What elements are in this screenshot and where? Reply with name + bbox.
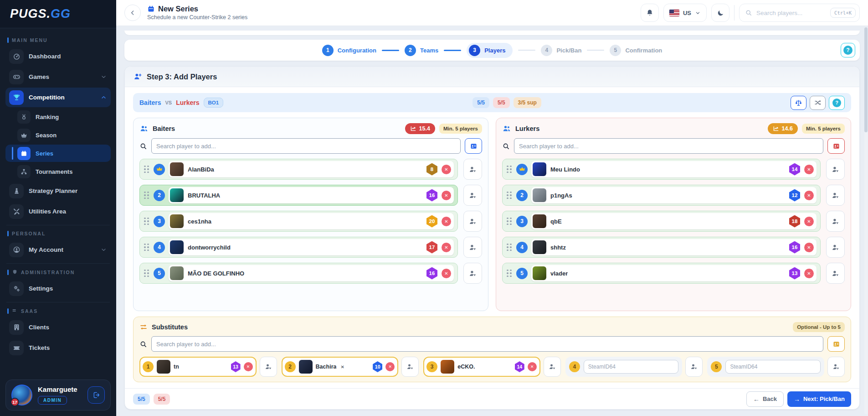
- drag-handle[interactable]: [506, 191, 513, 200]
- substitutes-search-input[interactable]: [151, 336, 823, 352]
- remove-player-button[interactable]: ✕: [804, 217, 814, 226]
- logout-button[interactable]: [87, 386, 105, 404]
- notifications-button[interactable]: [641, 4, 659, 22]
- user-card[interactable]: 17 Kamarguete ADMIN: [5, 380, 111, 411]
- assign-substitute-button[interactable]: [826, 263, 845, 284]
- match-help-button[interactable]: ?: [829, 96, 845, 110]
- scrollbar[interactable]: [864, 27, 868, 414]
- sidebar-item-utilities-area[interactable]: Utilities Area: [5, 202, 111, 221]
- sidebar-item-my-account[interactable]: My Account: [5, 240, 111, 260]
- building-icon: [13, 323, 21, 331]
- team-player-search-input[interactable]: [151, 138, 461, 154]
- substitutes-add-by-id-button[interactable]: [827, 336, 845, 352]
- drag-handle[interactable]: [506, 269, 513, 278]
- step-pick-ban[interactable]: 4 Pick/Ban: [541, 45, 581, 56]
- sidebar-item-season[interactable]: Season: [5, 126, 111, 144]
- sidebar-item-label: Settings: [29, 285, 107, 292]
- global-search-input[interactable]: [756, 10, 826, 16]
- drag-handle[interactable]: [143, 217, 150, 226]
- assign-substitute-button[interactable]: [827, 357, 845, 377]
- name-x-icon[interactable]: ✕: [340, 364, 344, 369]
- assign-substitute-button[interactable]: [463, 185, 482, 206]
- drag-handle[interactable]: [506, 217, 513, 226]
- drag-handle[interactable]: [506, 243, 513, 252]
- remove-player-button[interactable]: ✕: [442, 243, 451, 252]
- sidebar-item-tickets[interactable]: Tickets: [5, 338, 111, 358]
- remove-substitute-button[interactable]: ✕: [528, 362, 537, 371]
- drag-handle[interactable]: [143, 269, 150, 278]
- assign-substitute-button[interactable]: [463, 211, 482, 232]
- assign-substitute-button[interactable]: [463, 237, 482, 258]
- captain-crown-badge: [154, 164, 165, 175]
- step-card: Step 3: Add Players Baiters VS Lurkers B…: [124, 66, 860, 410]
- remove-player-button[interactable]: ✕: [804, 191, 814, 200]
- assign-substitute-button[interactable]: [260, 357, 277, 377]
- player-rating-badge: 18: [789, 215, 800, 228]
- person-plus-icon: [133, 72, 142, 81]
- roster-counter-badge: 3/5 sup: [514, 97, 541, 108]
- back-step-button[interactable]: ←Back: [746, 391, 784, 407]
- scrollbar-thumb[interactable]: [864, 27, 868, 132]
- assign-substitute-button[interactable]: [401, 357, 419, 377]
- brand-logo[interactable]: PUGS.GG: [10, 7, 71, 21]
- add-by-id-button[interactable]: [465, 138, 482, 154]
- step-players[interactable]: 3 Players: [467, 43, 513, 58]
- steamid-input[interactable]: [584, 360, 679, 374]
- assign-substitute-button[interactable]: [463, 263, 482, 284]
- back-button[interactable]: [124, 5, 141, 21]
- sidebar-item-series[interactable]: Series: [5, 145, 111, 162]
- dark-mode-toggle[interactable]: [711, 4, 729, 22]
- assign-substitute-button[interactable]: [826, 185, 845, 206]
- assign-substitute-button[interactable]: [826, 159, 845, 180]
- remove-player-button[interactable]: ✕: [804, 269, 814, 278]
- assign-substitute-button[interactable]: [685, 357, 703, 377]
- drag-handle[interactable]: [506, 165, 513, 174]
- sidebar-item-label: Clients: [29, 324, 107, 331]
- chevron-down-icon: [100, 73, 107, 80]
- remove-player-button[interactable]: ✕: [442, 191, 451, 200]
- assign-substitute-button[interactable]: [826, 211, 845, 232]
- drag-handle[interactable]: [143, 243, 150, 252]
- sidebar-item-ranking[interactable]: Ranking: [5, 108, 111, 125]
- global-search[interactable]: Ctrl+K: [739, 4, 860, 22]
- remove-player-button[interactable]: ✕: [442, 217, 451, 226]
- player-name: MÃO DE GOLFINHO: [188, 270, 244, 277]
- add-by-id-button[interactable]: [827, 138, 845, 154]
- stepper-help-button[interactable]: ?: [841, 43, 855, 57]
- sidebar-item-settings[interactable]: Settings: [5, 279, 111, 298]
- sidebar-item-strategy-planner[interactable]: Strategy Planner: [5, 181, 111, 201]
- captain-crown-badge: [516, 164, 528, 175]
- next-step-button[interactable]: →Next: Pick/Ban: [787, 391, 851, 407]
- step-teams[interactable]: 2 Teams: [405, 45, 438, 56]
- gauge-icon: [13, 52, 21, 60]
- assign-substitute-button[interactable]: [544, 357, 561, 377]
- remove-player-button[interactable]: ✕: [804, 243, 814, 252]
- team-player-search-input[interactable]: [514, 138, 823, 154]
- drag-handle[interactable]: [143, 165, 150, 174]
- step-confirmation[interactable]: 5 Confirmation: [610, 45, 662, 56]
- language-label: US: [683, 10, 691, 16]
- player-line: 3 qbE 18 ✕: [502, 211, 845, 232]
- sidebar-item-games[interactable]: Games: [5, 67, 111, 87]
- remove-player-button[interactable]: ✕: [804, 165, 814, 174]
- sidebar-item-dashboard[interactable]: Dashboard: [5, 47, 111, 66]
- remove-substitute-button[interactable]: ✕: [385, 362, 395, 371]
- assign-substitute-button[interactable]: [463, 159, 482, 180]
- remove-substitute-button[interactable]: ✕: [244, 362, 253, 371]
- shield-icon: [12, 269, 18, 275]
- series-format-badge[interactable]: BO1: [204, 98, 224, 108]
- assign-substitute-button[interactable]: [826, 237, 845, 258]
- team-icon: [502, 124, 511, 133]
- steamid-input[interactable]: [725, 360, 821, 374]
- drag-handle[interactable]: [143, 191, 150, 200]
- player-name: shhtz: [550, 244, 566, 251]
- sidebar-item-competition[interactable]: Competition: [5, 88, 111, 107]
- step-configuration[interactable]: 1 Configuration: [322, 45, 376, 56]
- balance-teams-button[interactable]: [791, 96, 806, 110]
- language-selector[interactable]: US: [663, 4, 707, 22]
- shuffle-teams-button[interactable]: [810, 96, 826, 110]
- sidebar-item-clients[interactable]: Clients: [5, 317, 111, 337]
- remove-player-button[interactable]: ✕: [442, 269, 451, 278]
- sidebar-item-tournaments[interactable]: Tournaments: [5, 163, 111, 180]
- remove-player-button[interactable]: ✕: [442, 165, 451, 174]
